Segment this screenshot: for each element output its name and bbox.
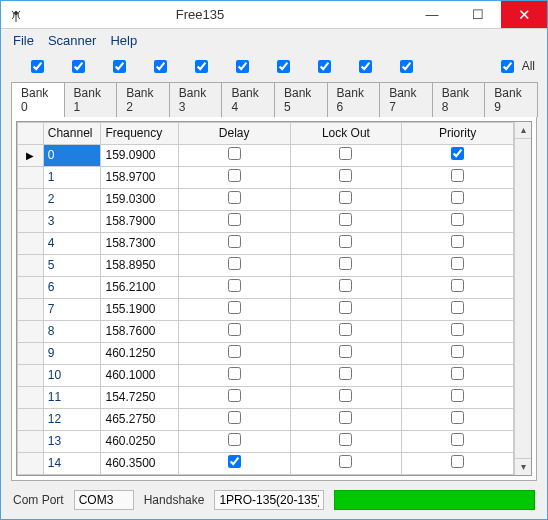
cell-lockout[interactable] (290, 386, 402, 408)
cell-delay[interactable] (178, 452, 290, 474)
delay-checkbox[interactable] (228, 323, 241, 336)
table-row[interactable]: 5158.8950 (18, 254, 514, 276)
lockout-checkbox[interactable] (339, 169, 352, 182)
cell-frequency[interactable]: 159.0300 (101, 188, 178, 210)
row-header[interactable] (18, 342, 44, 364)
tab-bank-4[interactable]: Bank 4 (221, 82, 275, 117)
cell-priority[interactable] (402, 342, 514, 364)
priority-checkbox[interactable] (451, 433, 464, 446)
lockout-checkbox[interactable] (339, 301, 352, 314)
lockout-checkbox[interactable] (339, 433, 352, 446)
cell-frequency[interactable]: 156.2100 (101, 276, 178, 298)
cell-delay[interactable] (178, 232, 290, 254)
menu-file[interactable]: File (13, 33, 34, 48)
row-header[interactable] (18, 298, 44, 320)
cell-lockout[interactable] (290, 232, 402, 254)
lockout-checkbox[interactable] (339, 323, 352, 336)
priority-checkbox[interactable] (451, 411, 464, 424)
lockout-checkbox[interactable] (339, 257, 352, 270)
cell-delay[interactable] (178, 342, 290, 364)
maximize-button[interactable]: ☐ (455, 1, 501, 28)
priority-checkbox[interactable] (451, 389, 464, 402)
delay-checkbox[interactable] (228, 433, 241, 446)
tab-bank-5[interactable]: Bank 5 (274, 82, 328, 117)
delay-checkbox[interactable] (228, 235, 241, 248)
delay-checkbox[interactable] (228, 455, 241, 468)
cell-priority[interactable] (402, 386, 514, 408)
all-check-wrap[interactable]: All (501, 59, 535, 73)
col-channel[interactable]: Channel (43, 122, 101, 144)
row-header[interactable] (18, 276, 44, 298)
cell-lockout[interactable] (290, 342, 402, 364)
cell-delay[interactable] (178, 254, 290, 276)
cell-frequency[interactable]: 159.0900 (101, 144, 178, 166)
lockout-checkbox[interactable] (339, 345, 352, 358)
cell-priority[interactable] (402, 144, 514, 166)
cell-channel[interactable]: 12 (43, 408, 101, 430)
cell-priority[interactable] (402, 254, 514, 276)
cell-delay[interactable] (178, 430, 290, 452)
row-header[interactable] (18, 452, 44, 474)
row-header[interactable] (18, 188, 44, 210)
cell-frequency[interactable]: 158.7600 (101, 320, 178, 342)
cell-priority[interactable] (402, 232, 514, 254)
cell-frequency[interactable]: 158.7900 (101, 210, 178, 232)
cell-channel[interactable]: 14 (43, 452, 101, 474)
cell-delay[interactable] (178, 408, 290, 430)
delay-checkbox[interactable] (228, 191, 241, 204)
col-frequency[interactable]: Frequency (101, 122, 178, 144)
bank-check-7[interactable] (318, 60, 331, 73)
table-row[interactable]: 10460.1000 (18, 364, 514, 386)
delay-checkbox[interactable] (228, 147, 241, 160)
bank-check-4[interactable] (195, 60, 208, 73)
tab-bank-8[interactable]: Bank 8 (432, 82, 486, 117)
cell-frequency[interactable]: 460.3500 (101, 452, 178, 474)
cell-delay[interactable] (178, 386, 290, 408)
priority-checkbox[interactable] (451, 213, 464, 226)
cell-priority[interactable] (402, 320, 514, 342)
cell-channel[interactable]: 2 (43, 188, 101, 210)
priority-checkbox[interactable] (451, 235, 464, 248)
lockout-checkbox[interactable] (339, 147, 352, 160)
close-button[interactable]: ✕ (501, 1, 547, 28)
tab-bank-0[interactable]: Bank 0 (11, 82, 65, 117)
cell-lockout[interactable] (290, 276, 402, 298)
priority-checkbox[interactable] (451, 455, 464, 468)
channel-grid[interactable]: Channel Frequency Delay Lock Out Priorit… (17, 122, 514, 475)
cell-lockout[interactable] (290, 452, 402, 474)
cell-priority[interactable] (402, 364, 514, 386)
cell-priority[interactable] (402, 166, 514, 188)
bank-check-8[interactable] (359, 60, 372, 73)
cell-channel[interactable]: 7 (43, 298, 101, 320)
row-header[interactable]: ▶ (18, 144, 44, 166)
cell-priority[interactable] (402, 188, 514, 210)
row-header[interactable] (18, 210, 44, 232)
cell-channel[interactable]: 11 (43, 386, 101, 408)
cell-frequency[interactable]: 465.2750 (101, 408, 178, 430)
cell-channel[interactable]: 8 (43, 320, 101, 342)
bank-check-1[interactable] (72, 60, 85, 73)
bank-check-3[interactable] (154, 60, 167, 73)
delay-checkbox[interactable] (228, 279, 241, 292)
priority-checkbox[interactable] (451, 147, 464, 160)
cell-frequency[interactable]: 460.0250 (101, 430, 178, 452)
lockout-checkbox[interactable] (339, 213, 352, 226)
priority-checkbox[interactable] (451, 257, 464, 270)
delay-checkbox[interactable] (228, 345, 241, 358)
comport-field[interactable] (74, 490, 134, 510)
cell-delay[interactable] (178, 364, 290, 386)
tab-bank-1[interactable]: Bank 1 (64, 82, 118, 117)
delay-checkbox[interactable] (228, 257, 241, 270)
cell-delay[interactable] (178, 298, 290, 320)
lockout-checkbox[interactable] (339, 411, 352, 424)
table-row[interactable]: ▶0159.0900 (18, 144, 514, 166)
lockout-checkbox[interactable] (339, 279, 352, 292)
tab-bank-9[interactable]: Bank 9 (484, 82, 538, 117)
cell-lockout[interactable] (290, 188, 402, 210)
table-row[interactable]: 14460.3500 (18, 452, 514, 474)
cell-lockout[interactable] (290, 298, 402, 320)
delay-checkbox[interactable] (228, 301, 241, 314)
menu-help[interactable]: Help (110, 33, 137, 48)
cell-channel[interactable]: 0 (43, 144, 101, 166)
cell-lockout[interactable] (290, 254, 402, 276)
